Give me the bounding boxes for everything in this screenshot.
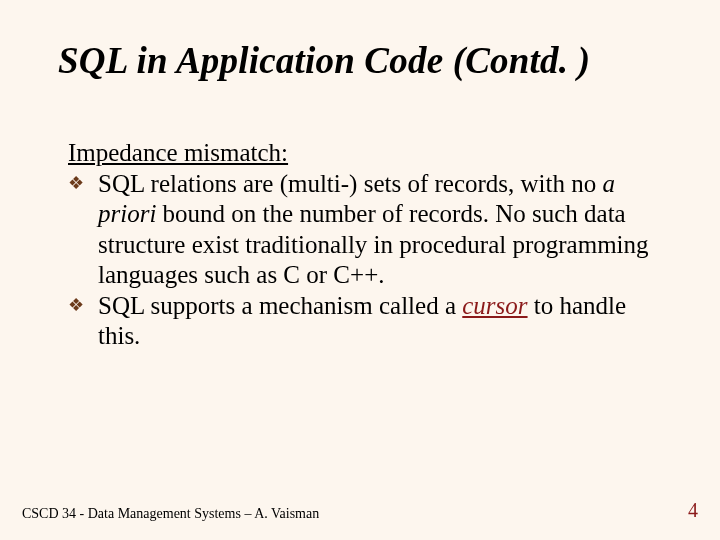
list-item: ❖ SQL relations are (multi-) sets of rec… [68, 169, 662, 291]
bullet-text-pre: SQL supports a mechanism called a [98, 292, 462, 319]
diamond-bullet-icon: ❖ [68, 173, 84, 195]
list-item: ❖ SQL supports a mechanism called a curs… [68, 291, 662, 352]
page-number: 4 [688, 499, 698, 522]
slide-title: SQL in Application Code (Contd. ) [58, 40, 662, 83]
subheading: Impedance mismatch: [68, 139, 662, 167]
cursor-keyword: cursor [462, 292, 527, 319]
bullet-list: ❖ SQL relations are (multi-) sets of rec… [68, 169, 662, 352]
bullet-text-pre: SQL relations are (multi-) sets of recor… [98, 170, 603, 197]
footer-text: CSCD 34 - Data Management Systems – A. V… [22, 506, 319, 522]
slide: SQL in Application Code (Contd. ) Impeda… [0, 0, 720, 540]
diamond-bullet-icon: ❖ [68, 295, 84, 317]
bullet-text-post: bound on the number of records. No such … [98, 200, 649, 288]
